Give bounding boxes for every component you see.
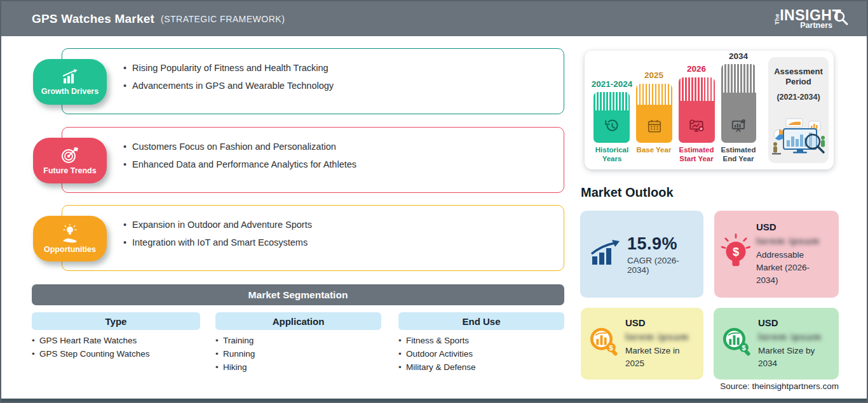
research-timeline-card: 2021-2024 2025 2026 2034 <box>585 51 834 169</box>
badge-label: Future Trends <box>43 166 96 175</box>
timeline-bar-estimated-end <box>721 64 756 143</box>
growth-chart-icon <box>59 69 81 86</box>
list-item: GPS Step Counting Watches <box>32 347 150 360</box>
future-trend-item: Enhanced Data and Performance Analytics … <box>123 155 564 173</box>
addressable-market-card: $ USD lorem ipsum Addressable Market (20… <box>714 211 839 298</box>
type-list: GPS Heart Rate Watches GPS Step Counting… <box>32 334 150 360</box>
infographic-page: GPS Watches Market (STRATEGIC FRAMEWORK)… <box>0 0 868 403</box>
future-trend-item: Customers Focus on Fashion and Personali… <box>123 138 564 155</box>
redacted-value: lorem ipsum <box>758 331 832 342</box>
bulb-hand-icon <box>60 224 80 244</box>
assessment-period-title: Assessment Period <box>768 67 829 87</box>
badge-label: Opportunities <box>44 245 96 254</box>
opportunity-item: Expansion in Outdoor and Adventure Sport… <box>123 216 564 234</box>
page-subtitle: (STRATEGIC FRAMEWORK) <box>161 14 285 24</box>
target-dart-icon <box>60 146 80 165</box>
cagr-label: CAGR (2026-2034) <box>627 256 696 275</box>
timeline-bar-base-year <box>636 84 672 143</box>
card-label: Market Size in 2025 <box>625 345 697 370</box>
list-item: Military & Defense <box>398 360 476 374</box>
header-bar: GPS Watches Market (STRATEGIC FRAMEWORK)… <box>1 1 867 36</box>
svg-text:$: $ <box>733 245 739 258</box>
segmentation-column-enduse: End Use <box>398 312 564 330</box>
magnifier-chart-icon: $ <box>719 325 754 363</box>
source-attribution: Source: theinsightpartners.com <box>585 381 839 391</box>
timeline-year-label: 2034 <box>712 51 765 61</box>
opportunities-badge: Opportunities <box>33 216 107 261</box>
growth-drivers-box: Rising Popularity of Fitness and Health … <box>62 48 564 114</box>
list-item: Training <box>215 334 255 347</box>
segmentation-column-type: Type <box>32 312 200 330</box>
list-item: Fitness & Sports <box>398 334 476 347</box>
currency-label: USD <box>758 317 832 328</box>
currency-label: USD <box>756 221 831 232</box>
market-size-2034-card: $ USD lorem ipsum Market Size by 2034 <box>714 308 839 380</box>
redacted-value: lorem ipsum <box>625 331 697 342</box>
cagr-card: 15.9% CAGR (2026-2034) <box>580 211 703 298</box>
page-title: GPS Watches Market <box>32 12 154 26</box>
timeline-year-label: 2021-2024 <box>585 79 639 89</box>
timeline-bar-label: Estimated End Year <box>714 146 763 163</box>
timeline-year-label: 2026 <box>670 64 723 74</box>
list-item: Hiking <box>215 360 255 374</box>
magnifier-chart-icon: $ <box>586 325 621 363</box>
opportunity-item: Integration with IoT and Smart Ecosystem… <box>123 234 564 251</box>
growth-bars-icon <box>590 240 621 269</box>
insight-partners-logo: The INSIGHT Partners <box>771 8 850 30</box>
growth-drivers-badge: Growth Drivers <box>33 59 107 105</box>
timeline-bar-historical <box>593 92 630 143</box>
calendar-icon <box>646 118 663 137</box>
market-segmentation-header: Market Segmentation <box>32 284 564 305</box>
growth-driver-item: Rising Popularity of Fitness and Health … <box>123 59 564 77</box>
logo-the-text: The <box>773 13 780 25</box>
card-label: Addressable Market (2026-2034) <box>756 249 831 287</box>
svg-text:$: $ <box>742 344 746 352</box>
opportunities-box: Expansion in Outdoor and Adventure Sport… <box>62 205 564 271</box>
currency-label: USD <box>625 317 697 328</box>
card-label: Market Size by 2034 <box>758 345 832 370</box>
redacted-value: lorem ipsum <box>756 235 831 246</box>
future-trends-badge: Future Trends <box>33 138 107 183</box>
bottom-accent-bar <box>1 399 867 402</box>
badge-label: Growth Drivers <box>41 87 98 96</box>
logo-partners-text: Partners <box>800 22 832 30</box>
segmentation-column-application: Application <box>215 312 381 330</box>
history-clock-icon <box>603 118 621 137</box>
cagr-value: 15.9% <box>627 234 696 254</box>
list-item: GPS Heart Rate Watches <box>32 334 150 347</box>
assessment-period-panel: Assessment Period (2021-2034) <box>768 57 829 163</box>
dollar-bulb-icon: $ <box>719 234 752 275</box>
growth-driver-item: Advancements in GPS and Wearable Technol… <box>123 77 564 95</box>
monitor-gear-icon <box>688 118 707 137</box>
market-outlook-heading: Market Outlook <box>581 185 674 200</box>
svg-text:$: $ <box>609 344 613 352</box>
application-list: Training Running Hiking <box>215 334 255 374</box>
list-item: Outdoor Activities <box>398 347 476 360</box>
list-item: Running <box>215 347 255 360</box>
future-trends-box: Customers Focus on Fashion and Personali… <box>62 127 564 193</box>
presentation-chart-icon <box>730 118 748 137</box>
enduse-list: Fitness & Sports Outdoor Activities Mili… <box>398 334 476 374</box>
timeline-bar-estimated-start <box>679 77 715 143</box>
analytics-illustration <box>771 117 827 159</box>
assessment-period-range: (2021-2034) <box>768 93 829 102</box>
magnifier-icon <box>832 11 849 30</box>
market-size-2025-card: $ USD lorem ipsum Market Size in 2025 <box>581 308 703 380</box>
